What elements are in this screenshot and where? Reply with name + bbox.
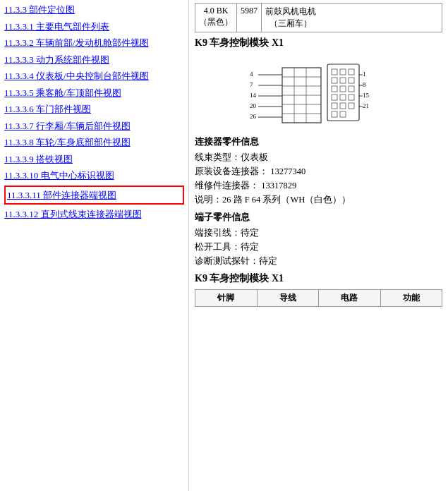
svg-rect-19 <box>332 69 337 75</box>
svg-rect-24 <box>349 78 354 83</box>
nav-link-item-2[interactable]: 11.3.3.2 车辆前部/发动机舱部件视图 <box>4 37 149 48</box>
connector-info-title: 连接器零件信息 <box>195 135 442 148</box>
header-color: 4.0 BK （黑色） <box>195 4 237 32</box>
svg-text:21: 21 <box>363 102 369 109</box>
wire-bundle-row: 线束类型：仪表板 <box>195 150 442 164</box>
terminal-info: 端子零件信息 端接引线：待定 松开工具：待定 诊断测试探针：待定 <box>195 211 442 268</box>
svg-rect-29 <box>340 95 346 100</box>
nav-item-item-5[interactable]: 11.3.3.5 乘客舱/车顶部件视图 <box>4 86 184 100</box>
svg-rect-26 <box>340 86 346 92</box>
svg-text:7: 7 <box>250 81 253 88</box>
connector-diagram: 4 7 14 20 26 <box>195 54 442 131</box>
nav-link-item-8[interactable]: 11.3.3.8 车轮/车身底部部件视图 <box>4 137 131 147</box>
svg-rect-23 <box>340 78 346 83</box>
nav-item-item-9[interactable]: 11.3.3.9 搭铁视图 <box>4 152 184 166</box>
nav-item-item-10[interactable]: 11.3.3.10 电气中心标识视图 <box>4 169 184 183</box>
nav-item-item-2[interactable]: 11.3.3.2 车辆前部/发动机舱部件视图 <box>4 36 184 50</box>
nav-link-item-6[interactable]: 11.3.3.6 车门部件视图 <box>4 104 91 114</box>
left-nav[interactable]: 11.3.3 部件定位图 11.3.3.1 主要电气部件列表11.3.3.2 车… <box>0 0 189 491</box>
pin-table: 针脚导线电路功能 <box>195 289 442 307</box>
svg-text:4: 4 <box>250 71 253 78</box>
nav-item-item-8[interactable]: 11.3.3.8 车轮/车身底部部件视图 <box>4 135 184 150</box>
header-row: 4.0 BK （黑色） 5987 前鼓风机电机 （三厢车） <box>195 3 442 32</box>
svg-rect-25 <box>332 86 337 92</box>
svg-rect-21 <box>349 69 354 75</box>
svg-rect-33 <box>349 103 354 109</box>
header-name: 前鼓风机电机 （三厢车） <box>262 4 320 32</box>
nav-link-item-12[interactable]: 11.3.3.12 直列式线束连接器端视图 <box>4 209 142 219</box>
nav-link-item-3[interactable]: 11.3.3.3 动力系统部件视图 <box>4 54 109 65</box>
svg-rect-31 <box>332 103 337 109</box>
svg-rect-32 <box>340 103 346 109</box>
svg-rect-20 <box>340 69 346 75</box>
connector-info: 连接器零件信息 线束类型：仪表板 原装设备连接器： 13277340 维修件连接… <box>195 135 442 207</box>
nav-link-item-11[interactable]: 11.3.3.11 部件连接器端视图 <box>7 190 116 200</box>
nav-item-item-4[interactable]: 11.3.3.4 仪表板/中央控制台部件视图 <box>4 69 184 83</box>
nav-title-link[interactable]: 11.3.3 部件定位图 <box>4 4 75 15</box>
nav-link-item-10[interactable]: 11.3.3.10 电气中心标识视图 <box>4 170 114 181</box>
header-code: 5987 <box>237 4 262 32</box>
svg-text:15: 15 <box>363 92 370 99</box>
nav-item-item-11[interactable]: 11.3.3.11 部件连接器端视图 <box>4 186 184 205</box>
nav-item-item-3[interactable]: 11.3.3.3 动力系统部件视图 <box>4 53 184 67</box>
svg-rect-28 <box>332 95 337 100</box>
tool-row: 松开工具：待定 <box>195 240 442 254</box>
svg-text:20: 20 <box>250 102 257 109</box>
svg-rect-35 <box>340 111 346 117</box>
wire-row: 端接引线：待定 <box>195 226 442 240</box>
nav-link-item-5[interactable]: 11.3.3.5 乘客舱/车顶部件视图 <box>4 87 121 98</box>
svg-text:26: 26 <box>250 113 257 120</box>
nav-link-item-1[interactable]: 11.3.3.1 主要电气部件列表 <box>4 21 109 32</box>
nav-link-item-4[interactable]: 11.3.3.4 仪表板/中央控制台部件视图 <box>4 71 149 81</box>
nav-item-item-12[interactable]: 11.3.3.12 直列式线束连接器端视图 <box>4 207 184 222</box>
nav-item-item-1[interactable]: 11.3.3.1 主要电气部件列表 <box>4 20 184 34</box>
description-row: 说明：26 路 F 64 系列（WH（白色）） <box>195 193 442 207</box>
nav-item-item-6[interactable]: 11.3.3.6 车门部件视图 <box>4 102 184 116</box>
svg-text:1: 1 <box>363 71 366 78</box>
svg-rect-22 <box>332 78 337 83</box>
nav-section-title: 11.3.3 部件定位图 <box>4 3 184 17</box>
svg-text:14: 14 <box>250 92 257 99</box>
service-connector-row: 维修件连接器： 13317829 <box>195 178 442 193</box>
module-title: K9 车身控制模块 X1 <box>195 37 442 49</box>
svg-text:8: 8 <box>363 81 366 88</box>
nav-item-item-7[interactable]: 11.3.3.7 行李厢/车辆后部件视图 <box>4 119 184 133</box>
svg-rect-34 <box>332 111 337 117</box>
svg-rect-27 <box>349 86 354 92</box>
oem-connector-row: 原装设备连接器： 13277340 <box>195 164 442 178</box>
probe-row: 诊断测试探针：待定 <box>195 254 442 268</box>
nav-link-item-7[interactable]: 11.3.3.7 行李厢/车辆后部件视图 <box>4 121 131 131</box>
module-title-2: K9 车身控制模块 X1 <box>195 272 442 285</box>
svg-rect-30 <box>349 95 354 100</box>
terminal-info-title: 端子零件信息 <box>195 211 442 224</box>
right-content: 4.0 BK （黑色） 5987 前鼓风机电机 （三厢车） K9 车身控制模块 … <box>189 0 448 491</box>
nav-link-item-9[interactable]: 11.3.3.9 搭铁视图 <box>4 154 73 164</box>
